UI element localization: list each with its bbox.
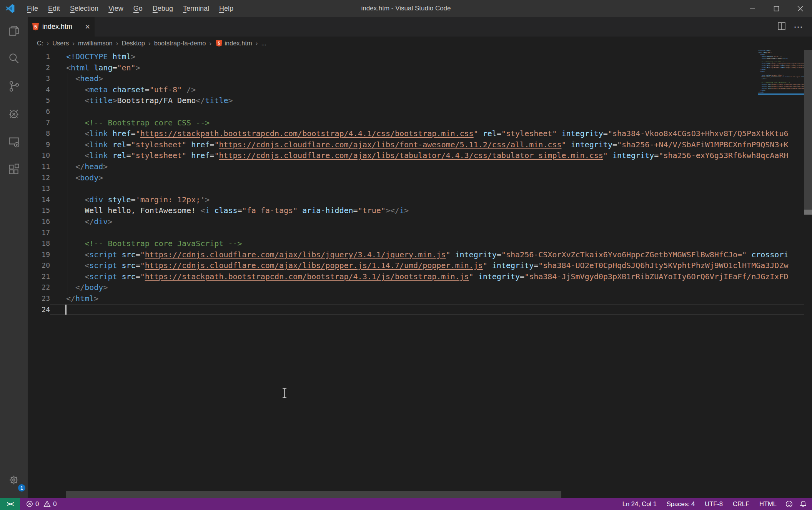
extensions-icon[interactable] [0,155,28,183]
breadcrumb-more[interactable]: ... [260,40,267,47]
line-content: <link href="https://stackpath.bootstrapc… [50,128,812,139]
breadcrumb-segment[interactable]: Desktop [121,40,146,47]
line-number[interactable]: 17 [28,227,50,238]
settings-badge: 1 [18,484,25,492]
menu-terminal[interactable]: Terminal [178,0,214,17]
line-number[interactable]: 7 [28,117,50,128]
horizontal-scrollbar[interactable] [66,491,561,498]
debug-icon[interactable] [0,100,28,128]
source-control-icon[interactable] [0,72,28,100]
line-number[interactable]: 23 [28,293,50,304]
menu-help[interactable]: Help [214,0,238,17]
menu-file[interactable]: File [22,0,43,17]
status-cursor-position[interactable]: Ln 24, Col 1 [617,500,662,508]
code-line[interactable]: 19 <script src="https://cdnjs.cloudflare… [28,249,812,260]
code-line[interactable]: 3 <head> [28,73,812,84]
breadcrumb-segment[interactable]: bootstrap-fa-demo [153,40,207,47]
code-line[interactable]: 11 </head> [28,161,812,172]
code-line[interactable]: 24 [28,304,812,315]
window-controls [740,0,812,17]
line-content: </html> [50,293,812,304]
code-editor[interactable]: 1<!DOCTYPE html>2<html lang="en">3 <head… [28,50,812,498]
line-number[interactable]: 2 [28,62,50,73]
code-line[interactable]: 4 <meta charset="utf-8" /> [28,84,812,95]
line-number[interactable]: 18 [28,238,50,249]
code-line[interactable]: 12 <body> [28,172,812,183]
code-line[interactable]: 15 Well hello, FontAwesome! <i class="fa… [28,205,812,216]
settings-gear-icon[interactable]: 1 [0,466,28,494]
tab-close-icon[interactable]: × [85,23,90,31]
code-line[interactable]: 9 <link rel="stylesheet" href="https://c… [28,139,812,150]
line-number[interactable]: 24 [28,304,50,315]
more-actions-icon[interactable]: ⋯ [794,22,804,32]
line-number[interactable]: 22 [28,282,50,293]
menu-edit[interactable]: Edit [43,0,65,17]
code-line[interactable]: 17 [28,227,812,238]
line-content: <script src="https://stackpath.bootstrap… [50,271,812,282]
line-number[interactable]: 8 [28,128,50,139]
status-encoding[interactable]: UTF-8 [700,500,728,508]
code-line[interactable]: 21 <script src="https://stackpath.bootst… [28,271,812,282]
notifications-bell-icon[interactable] [800,500,812,508]
remote-explorer-icon[interactable] [0,128,28,155]
line-number[interactable]: 14 [28,194,50,205]
search-icon[interactable] [0,45,28,72]
minimap[interactable]: <!DOCTYPE html><html lang="en"> <head> <… [758,50,804,95]
line-number[interactable]: 3 [28,73,50,84]
code-line[interactable]: 8 <link href="https://stackpath.bootstra… [28,128,812,139]
code-line[interactable]: 5 <title>Bootstrap/FA Demo</title> [28,95,812,106]
line-number[interactable]: 21 [28,271,50,282]
code-line[interactable]: 7 <!-- Bootstrap core CSS --> [28,117,812,128]
line-number[interactable]: 10 [28,150,50,161]
vertical-scrollbar-end[interactable] [804,210,812,215]
vertical-scrollbar[interactable] [804,50,812,210]
menu-view[interactable]: View [103,0,128,17]
status-eol[interactable]: CRLF [728,500,754,508]
errors-icon [26,500,33,507]
code-line[interactable]: 16 </div> [28,216,812,227]
code-line[interactable]: 1<!DOCTYPE html> [28,51,812,62]
line-number[interactable]: 9 [28,139,50,150]
code-line[interactable]: 18 <!-- Bootstrap core JavaScript --> [28,238,812,249]
explorer-icon[interactable] [0,17,28,45]
line-number[interactable]: 11 [28,161,50,172]
feedback-smiley-icon[interactable] [785,500,800,508]
menu-go[interactable]: Go [128,0,148,17]
code-line[interactable]: 20 <script src="https://cdnjs.cloudflare… [28,260,812,271]
line-number[interactable]: 20 [28,260,50,271]
breadcrumb-segment[interactable]: C: [36,40,44,47]
code-line[interactable]: 2<html lang="en"> [28,62,812,73]
line-number[interactable]: 5 [28,95,50,106]
line-number[interactable]: 6 [28,106,50,117]
line-number[interactable]: 4 [28,84,50,95]
status-indentation[interactable]: Spaces: 4 [662,500,700,508]
breadcrumb-file[interactable]: index.htm [224,40,253,47]
line-content: </head> [50,161,812,172]
code-line[interactable]: 13 [28,183,812,194]
menu-selection[interactable]: Selection [65,0,103,17]
status-language-mode[interactable]: HTML [754,500,782,508]
problems-status[interactable]: 0 0 [26,500,57,508]
tab-index-htm[interactable]: 5 index.htm × [28,17,95,37]
line-number[interactable]: 15 [28,205,50,216]
code-line[interactable]: 22 </body> [28,282,812,293]
breadcrumb-segment[interactable]: mwilliamson [77,40,113,47]
line-number[interactable]: 16 [28,216,50,227]
line-number[interactable]: 19 [28,249,50,260]
remote-indicator[interactable]: >< [0,498,20,510]
line-number[interactable]: 13 [28,183,50,194]
minimize-button[interactable] [740,0,764,17]
code-line[interactable]: 10 <link rel="stylesheet" href="https://… [28,150,812,161]
code-line[interactable]: 6 [28,106,812,117]
menu-debug[interactable]: Debug [148,0,178,17]
code-line[interactable]: 23</html> [28,293,812,304]
breadcrumb-segment[interactable]: Users [52,40,70,47]
line-number[interactable]: 12 [28,172,50,183]
line-content: <body> [50,172,812,183]
code-line[interactable]: 14 <div style='margin: 12px;'> [28,194,812,205]
line-number[interactable]: 1 [28,51,50,62]
close-button[interactable] [788,0,812,17]
line-content: <head> [50,73,812,84]
maximize-button[interactable] [764,0,788,17]
split-editor-icon[interactable] [777,22,786,32]
